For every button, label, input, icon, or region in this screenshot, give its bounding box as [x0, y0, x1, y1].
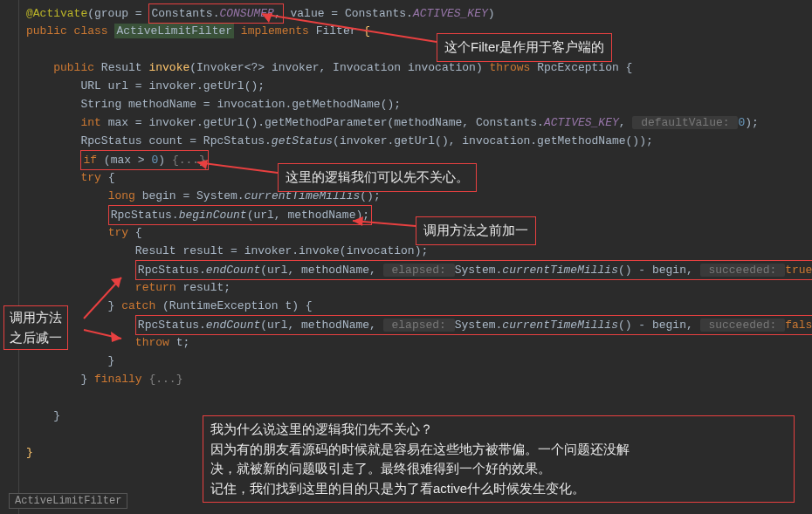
box-endcount-true: RpcStatus.endCount(url, methodName, elap… — [135, 260, 812, 280]
code-line: int max = invoker.getUrl().getMethodPara… — [26, 113, 812, 132]
code-line: return result; — [26, 278, 812, 297]
callout-plus-one: 调用方法之前加一 — [416, 216, 536, 245]
box-begincount: RpcStatus.beginCount(url, methodName); — [108, 205, 372, 225]
code-line: } — [26, 352, 812, 370]
callout-skip-logic: 这里的逻辑我们可以先不关心。 — [278, 163, 477, 192]
code-line: URL url = invoker.getUrl(); — [26, 77, 812, 95]
box-if-max: if (max > 0) {...} — [80, 150, 208, 170]
code-line — [26, 40, 812, 58]
code-line: RpcStatus.endCount(url, methodName, elap… — [26, 315, 812, 333]
box-consumer: Constants.CONSUMER, — [148, 3, 283, 24]
callout-client-filter: 这个Filter是作用于客户端的 — [437, 33, 612, 62]
callout-minus-one: 调用方法 之后减一 — [3, 305, 68, 350]
code-line — [26, 388, 812, 407]
code-line: String methodName = invocation.getMethod… — [26, 95, 812, 113]
box-endcount-false: RpcStatus.endCount(url, methodName, elap… — [135, 315, 812, 335]
code-line: @Activate(group = Constants.CONSUMER, va… — [26, 3, 812, 22]
breadcrumb-class[interactable]: ActiveLimitFilter — [9, 493, 127, 509]
callout-explanation: 我为什么说这里的逻辑我们先不关心？ 因为有的朋友看源码的时候就是容易在这些地方被… — [203, 415, 795, 503]
code-line: RpcStatus.endCount(url, methodName, elap… — [26, 260, 812, 278]
code-line: throw t; — [26, 333, 812, 352]
code-line: } catch (RuntimeException t) { — [26, 297, 812, 315]
code-line: public Result invoke(Invoker<?> invoker,… — [26, 58, 812, 77]
class-name-highlight: ActiveLimitFilter — [114, 24, 234, 38]
code-editor: @Activate(group = Constants.CONSUMER, va… — [0, 0, 812, 465]
code-line: } finally {...} — [26, 370, 812, 388]
code-line: public class ActiveLimitFilter implement… — [26, 22, 812, 40]
code-line: RpcStatus count = RpcStatus.getStatus(in… — [26, 132, 812, 150]
